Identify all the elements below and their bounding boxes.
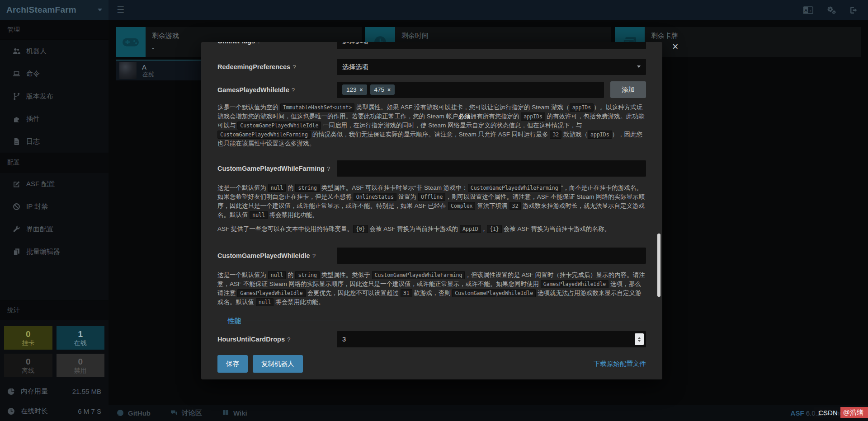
stat-label: 在线 (74, 339, 87, 347)
puzzle-icon (13, 115, 20, 123)
sidebar-item-label: IP 封禁 (26, 202, 48, 211)
brand-selector[interactable]: ArchiSteamFarm (0, 0, 108, 20)
custom-game-idle-field (337, 248, 646, 264)
footer-link-github[interactable]: GitHub (117, 409, 151, 417)
svg-text:A: A (804, 8, 807, 13)
stat-value: 0 (78, 357, 83, 367)
add-button[interactable]: 添加 (610, 81, 646, 98)
sidebar-item-label: 插件 (26, 115, 40, 123)
help-icon[interactable]: ? (312, 253, 316, 259)
field-row-custom-game-farming: CustomGamePlayedWhileFarming? (217, 160, 646, 177)
sidebar-item-ui-config[interactable]: 界面配置 (0, 218, 108, 240)
number-spinner[interactable] (635, 333, 644, 345)
tag-remove-icon[interactable]: × (360, 87, 363, 93)
modal-scroll-area[interactable]: OnlineFlags? 选择选项 RedeemingPreferences? … (201, 42, 662, 379)
tag-value: 123 (346, 86, 357, 93)
sidebar: 管理 机器人 命令 版本发布 插件 (0, 20, 108, 421)
card-value: - (152, 44, 179, 52)
hamburger-menu-icon[interactable]: ☰ (117, 5, 124, 14)
uptime-row: 在线时长 6 M 7 S (0, 401, 108, 421)
users-icon (13, 47, 20, 55)
download-config-link[interactable]: 下载原始配置文件 (594, 360, 646, 368)
sidebar-item-log[interactable]: 日志 (0, 130, 108, 153)
help-icon[interactable]: ? (327, 165, 330, 172)
section-divider (245, 321, 646, 321)
save-button[interactable]: 保存 (217, 355, 248, 373)
sidebar-item-ip-bans[interactable]: IP 封禁 (0, 195, 108, 218)
help-icon[interactable]: ? (287, 336, 291, 343)
copy-icon (13, 248, 20, 256)
modal-scrollbar-thumb[interactable] (657, 234, 660, 297)
chevron-down-icon (637, 65, 641, 68)
performance-section-header[interactable]: 性能 (217, 317, 646, 325)
memory-usage-label: 内存用量 (21, 387, 48, 396)
stat-label: 挂卡 (22, 339, 34, 347)
description-games-played: 这是一个默认值为空的 ImmutableHashSet<uint> 类型属性。如… (217, 103, 646, 148)
custom-game-farming-field (337, 160, 646, 177)
redeeming-preferences-select[interactable]: 选择选项 (337, 59, 646, 75)
help-icon[interactable]: ? (292, 87, 295, 94)
memory-usage-row: 内存用量 21.55 MB (0, 381, 108, 401)
sidebar-item-label: 日志 (26, 137, 40, 146)
bot-name: A (142, 63, 154, 71)
description-special-variables: ASF 提供了一些您可以在文本中使用的特殊变量。{0} 会被 ASF 替换为当前… (217, 225, 646, 234)
stat-farming: 0 挂卡 (4, 326, 52, 350)
book-icon (222, 409, 229, 416)
stat-offline: 0 离线 (4, 354, 52, 377)
wrench-icon (13, 225, 20, 233)
select-placeholder: 选择选项 (342, 63, 368, 71)
settings-gears-icon[interactable] (826, 6, 836, 14)
tag-remove-icon[interactable]: × (387, 87, 391, 93)
help-icon[interactable]: ? (257, 42, 261, 45)
games-played-tag-input[interactable]: 123 × 475 × (337, 82, 604, 98)
stat-value: 0 (26, 357, 31, 367)
sidebar-item-commands[interactable]: 命令 (0, 62, 108, 85)
field-row-hours-until-card-drops: HoursUntilCardDrops? (217, 331, 646, 347)
sidebar-item-bots[interactable]: 机器人 (0, 40, 108, 62)
field-label: GamesPlayedWhileIdle? (217, 86, 330, 94)
sign-out-icon[interactable] (850, 6, 860, 14)
clone-bot-button[interactable]: 复制机器人 (253, 355, 303, 373)
online-flags-select[interactable]: 选择选项 (337, 42, 646, 49)
sidebar-section-config: 配置 (0, 153, 108, 173)
language-icon[interactable]: A z (803, 6, 813, 14)
sidebar-item-label: 界面配置 (26, 225, 53, 234)
footer-link-forum[interactable]: 讨论区 (170, 409, 202, 417)
tag-item: 123 × (342, 84, 367, 95)
field-label: CustomGamePlayedWhileFarming? (217, 165, 330, 172)
app-title: ArchiSteamFarm (6, 5, 76, 15)
footer-link-wiki[interactable]: Wiki (222, 409, 247, 417)
memory-usage-value: 21.55 MB (72, 388, 101, 395)
field-label: RedeemingPreferences? (217, 63, 330, 70)
clock-icon (7, 407, 15, 415)
sidebar-item-mass-editor[interactable]: 批量编辑器 (0, 240, 108, 263)
field-row-games-played-while-idle: GamesPlayedWhileIdle? 123 × 475 × 添加 (217, 81, 646, 98)
sidebar-item-label: 批量编辑器 (26, 248, 60, 256)
field-row-custom-game-idle: CustomGamePlayedWhileIdle? (217, 248, 646, 264)
spinner-down-icon[interactable] (638, 340, 641, 342)
sidebar-item-releases[interactable]: 版本发布 (0, 85, 108, 108)
stat-label: 禁用 (74, 367, 87, 374)
github-icon (117, 409, 124, 416)
help-icon[interactable]: ? (292, 64, 296, 70)
bot-config-modal: OnlineFlags? 选择选项 RedeemingPreferences? … (201, 42, 662, 379)
field-label: OnlineFlags? (217, 42, 330, 45)
sidebar-item-label: 版本发布 (26, 92, 53, 101)
terminal-icon (13, 70, 20, 78)
sidebar-item-asf-config[interactable]: ASF 配置 (0, 173, 108, 195)
description-custom-idle: 这是一个默认值为 null 的 string 类型属性。类似于 CustomGa… (217, 271, 646, 307)
custom-game-idle-input[interactable] (342, 252, 641, 259)
watermark-user: @浩绪 (840, 407, 868, 418)
file-icon (13, 138, 20, 145)
stat-value: 0 (26, 329, 31, 339)
close-icon[interactable]: × (672, 42, 678, 52)
spinner-up-icon[interactable] (638, 337, 641, 339)
custom-game-farming-input[interactable] (342, 165, 641, 172)
sidebar-item-plugins[interactable]: 插件 (0, 108, 108, 130)
card-body: 剩余游戏 - (146, 27, 185, 57)
bot-status: 在线 (142, 71, 154, 78)
stat-value: 1 (78, 329, 83, 339)
hours-until-card-drops-input[interactable] (342, 336, 641, 343)
sidebar-item-label: 命令 (26, 70, 40, 78)
watermark-prefix: CSDN (814, 407, 840, 418)
